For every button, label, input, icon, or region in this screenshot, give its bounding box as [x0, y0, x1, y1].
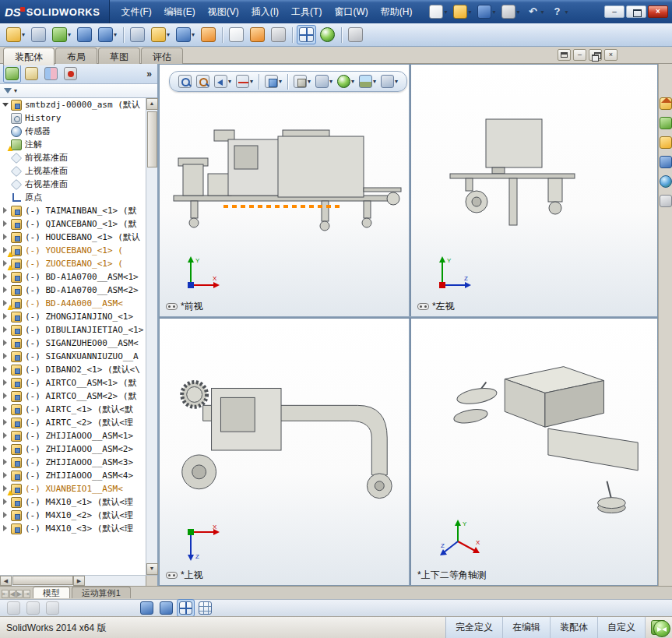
expand-panel-button[interactable]: »	[144, 69, 154, 79]
expand-arrow-icon[interactable]	[2, 326, 9, 333]
tree-item[interactable]: (-) ZHIJIAOOO__ASM<1>	[0, 429, 146, 442]
tab-model[interactable]: 模型	[33, 587, 70, 598]
apply-scene-button[interactable]: ▾	[357, 73, 378, 90]
mate-button[interactable]	[29, 25, 48, 44]
tree-item[interactable]: (-) ZHIJIAOOO__ASM<2>	[0, 442, 146, 456]
restore-document-button[interactable]	[589, 49, 602, 61]
expand-arrow-icon[interactable]	[2, 340, 9, 347]
hide-types-button[interactable]	[44, 599, 62, 617]
expand-arrow-icon[interactable]	[2, 432, 9, 439]
hide-show-items-button[interactable]: ▾	[314, 73, 334, 90]
tile-windows-button[interactable]	[558, 49, 571, 61]
viewport-front[interactable]: Y X *前视	[160, 65, 409, 316]
undo-button[interactable]: ↶▾	[523, 2, 546, 21]
featuremanager-tab-button[interactable]	[3, 65, 21, 83]
tree-item[interactable]: (-) BD-A4A000__ASM<	[0, 297, 146, 310]
tree-item[interactable]: (-) BD-A1A0700__ASM<1>	[0, 270, 146, 284]
menu-file[interactable]: 文件(F)	[114, 2, 157, 22]
viewport-horizontal-splitter[interactable]	[160, 316, 657, 319]
toolbox-button[interactable]	[659, 155, 672, 169]
zoom-to-fit-button[interactable]	[177, 73, 193, 90]
dimxpertmanager-tab-button[interactable]	[62, 65, 79, 83]
scroll-down-button[interactable]: ▼	[146, 563, 158, 575]
tree-horizontal-scrollbar[interactable]: ◀ ▶	[0, 575, 157, 586]
menu-insert[interactable]: 插入(I)	[245, 2, 285, 22]
expand-arrow-icon[interactable]	[2, 353, 9, 360]
configurationmanager-tab-button[interactable]	[42, 65, 60, 83]
menu-view[interactable]: 视图(V)	[202, 2, 245, 22]
resource-monitor-icon[interactable]	[653, 620, 670, 637]
horizontal-scrollbar-thumb[interactable]	[12, 576, 73, 585]
tree-item[interactable]: 原点	[0, 191, 146, 204]
expand-arrow-icon[interactable]	[2, 366, 9, 373]
tree-item[interactable]: 传感器	[0, 125, 146, 138]
expand-arrow-icon[interactable]	[2, 459, 9, 466]
expand-arrow-icon[interactable]	[2, 273, 9, 280]
edit-component-button[interactable]	[157, 599, 175, 617]
insert-components-button[interactable]: ▾	[4, 25, 27, 44]
open-button[interactable]: ▾	[451, 2, 473, 21]
tree-root-item[interactable]: smtbzdj-00000_asm (默认	[0, 98, 146, 111]
view-orientation-button[interactable]: ▾	[263, 73, 283, 90]
viewport-isometric[interactable]: Y X Z *上下二等角轴测	[411, 319, 657, 585]
tab-motion-study-1[interactable]: 运动算例1	[72, 587, 131, 598]
show-hidden-components-button[interactable]	[128, 25, 147, 44]
tree-item[interactable]: (-) AIRTC_<1> (默认<默	[0, 403, 146, 416]
large-assembly-mode-button[interactable]	[177, 599, 195, 617]
scroll-up-button[interactable]: ▲	[146, 98, 158, 110]
bill-of-materials-button[interactable]	[227, 25, 246, 44]
expand-arrow-icon[interactable]	[2, 499, 9, 506]
tree-item[interactable]: (-) ZUOCEBANO_<1> (	[0, 257, 146, 270]
zoom-to-area-button[interactable]	[195, 73, 211, 90]
tree-item[interactable]: 右视基准面	[0, 178, 146, 191]
performance-evaluation-button[interactable]	[318, 25, 337, 44]
expand-arrow-icon[interactable]	[2, 220, 9, 227]
display-pane-button[interactable]	[24, 599, 42, 617]
expand-arrow-icon[interactable]	[2, 234, 9, 241]
reference-geometry-button[interactable]: ▾	[174, 25, 197, 44]
expand-arrow-icon[interactable]	[2, 393, 9, 400]
nav-last-button[interactable]: ⇥	[23, 590, 30, 598]
tree-item[interactable]: (-) ZHIJIAOOO__ASM<3>	[0, 456, 146, 469]
linear-component-pattern-button[interactable]: ▾	[50, 25, 73, 44]
expand-arrow-icon[interactable]	[2, 207, 9, 214]
menu-help[interactable]: 帮助(H)	[375, 2, 419, 22]
save-button[interactable]: ▾	[475, 2, 498, 21]
new-document-button[interactable]: ▾	[427, 2, 449, 21]
tree-item[interactable]: (-) TAIMAINBAN_<1> (默	[0, 204, 146, 217]
viewport-layout-button[interactable]	[297, 25, 316, 44]
custom-properties-button[interactable]	[659, 194, 672, 208]
tree-item[interactable]: (-) DIBANO2_<1> (默认<\	[0, 363, 146, 376]
tree-item[interactable]: (-) HOUCEBANO_<1> (默认	[0, 231, 146, 244]
scroll-left-button[interactable]: ◀	[0, 576, 12, 586]
tree-item[interactable]: 注解	[0, 138, 146, 151]
minimize-document-button[interactable]: –	[573, 49, 586, 61]
help-button[interactable]: ?▾	[547, 2, 570, 21]
tree-item[interactable]: (-) ZHIJIAOOO__ASM<4>	[0, 469, 146, 482]
previous-view-button[interactable]: ▾	[213, 73, 233, 90]
tab-layout[interactable]: 布局	[55, 48, 97, 65]
display-style-button[interactable]: ▾	[292, 73, 312, 90]
close-document-button[interactable]: ×	[604, 49, 617, 61]
tree-item[interactable]: (-) QIANCEBANO_<1> (默	[0, 217, 146, 231]
tree-item[interactable]: (-) AIRTCO__ASM<1> (默	[0, 376, 146, 389]
graphics-area[interactable]: ▾▾▾▾▾▾▾▾	[159, 64, 658, 586]
minimize-button[interactable]: –	[604, 5, 625, 18]
new-motion-study-button[interactable]	[199, 25, 218, 44]
options-button[interactable]	[346, 25, 365, 44]
grid-system-button[interactable]	[196, 599, 214, 617]
tree-item[interactable]: (-) SIGANXUANNIUZUO__A	[0, 350, 146, 363]
tree-item[interactable]: (-) M4X10_<2> (默认<理	[0, 509, 146, 522]
expand-arrow-icon[interactable]	[2, 446, 9, 453]
edit-appearance-button[interactable]: ▾	[336, 73, 356, 90]
tree-filter-bar[interactable]: ▾	[0, 84, 157, 98]
tab-evaluate[interactable]: 评估	[141, 48, 183, 65]
filter-tree-button[interactable]	[5, 599, 23, 617]
nav-next-button[interactable]: ▶	[16, 590, 23, 598]
tree-vertical-scrollbar[interactable]: ▲ ▼	[146, 98, 157, 575]
appearances-button[interactable]	[659, 174, 672, 189]
expand-arrow-icon[interactable]	[2, 512, 9, 519]
expand-arrow-icon[interactable]	[2, 287, 9, 294]
maximize-button[interactable]	[626, 5, 646, 18]
collapse-arrow-icon[interactable]	[2, 101, 9, 108]
